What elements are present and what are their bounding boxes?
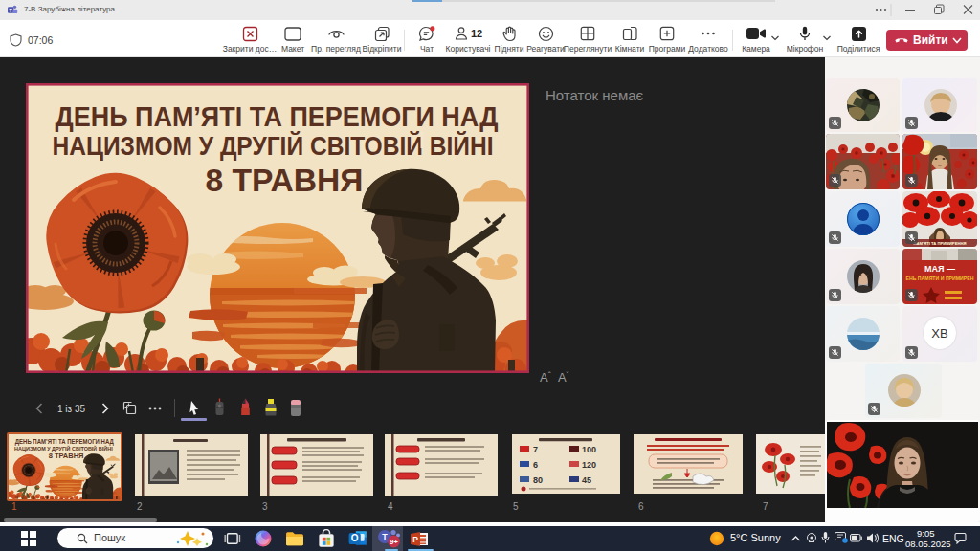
svg-text:45: 45 bbox=[582, 475, 591, 485]
svg-text:МАЯ —: МАЯ — bbox=[924, 264, 955, 274]
svg-text:100: 100 bbox=[582, 445, 596, 454]
svg-text:7: 7 bbox=[533, 445, 538, 454]
svg-text:120: 120 bbox=[582, 460, 596, 470]
svg-text:O: O bbox=[351, 533, 359, 543]
svg-text:ПАМ’ЯТІ ТА ПРИМИРЕННЯ: ПАМ’ЯТІ ТА ПРИМИРЕННЯ bbox=[913, 241, 966, 246]
svg-text:ЕНЬ ПАМЯТИ И ПРИМИРЕН: ЕНЬ ПАМЯТИ И ПРИМИРЕН bbox=[905, 276, 973, 281]
svg-text:6: 6 bbox=[533, 460, 538, 470]
svg-text:9+: 9+ bbox=[390, 538, 398, 546]
svg-text:80: 80 bbox=[533, 475, 543, 485]
svg-text:T: T bbox=[382, 532, 388, 541]
svg-text:P: P bbox=[412, 535, 418, 544]
